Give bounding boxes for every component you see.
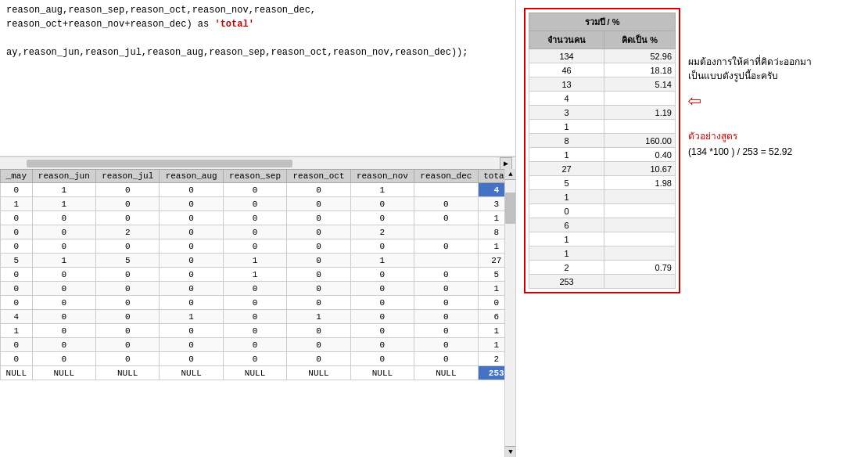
summary-row: 31.19	[529, 106, 676, 120]
col-may: _may	[1, 170, 33, 183]
scroll-arrow-right[interactable]: ▶	[500, 157, 512, 170]
table-row: 000000001	[1, 239, 515, 254]
summary-pct-cell	[604, 92, 676, 106]
col-reason-jul: reason_jul	[96, 170, 160, 183]
table-row: 515010127	[1, 254, 515, 268]
summary-count-cell: 1	[529, 232, 604, 246]
summary-count-cell: 8	[529, 134, 604, 148]
table-row: 000000000	[1, 296, 515, 310]
summary-pct-cell: 1.19	[604, 106, 676, 120]
left-panel: reason_aug,reason_sep,reason_oct,reason_…	[0, 0, 516, 457]
table-row: 01000014	[1, 183, 515, 197]
summary-pct-cell	[604, 275, 676, 289]
annotation-text: ผมต้องการให้ค่าที่คิดว่ะออกมาเป็นแบบดังร…	[688, 55, 860, 83]
summary-row: 51.98	[529, 176, 676, 190]
summary-count-cell: 4	[529, 92, 604, 106]
summary-count-cell: 134	[529, 49, 604, 63]
code-line-4: ay,reason_jun,reason_jul,reason_aug,reas…	[6, 45, 509, 59]
code-area: reason_aug,reason_sep,reason_oct,reason_…	[0, 0, 515, 157]
summary-count-cell: 253	[529, 275, 604, 289]
scroll-thumb-horizontal[interactable]	[27, 160, 292, 167]
summary-pct-cell: 52.96	[604, 49, 676, 63]
summary-pct-cell	[604, 120, 676, 134]
table-row: 000010005	[1, 268, 515, 282]
summary-col1-header: จำนวนคน	[529, 31, 604, 49]
summary-row: 1	[529, 190, 676, 204]
data-grid: _may reason_jun reason_jul reason_aug re…	[0, 169, 515, 380]
summary-row: 135.14	[529, 77, 676, 92]
table-row: 000000001	[1, 338, 515, 352]
right-panel: รวมปี / % จำนวนคน คิดเป็น % 13452.964618…	[516, 0, 868, 457]
table-row: 000000002	[1, 352, 515, 366]
summary-pct-cell	[604, 218, 676, 232]
scroll-up-arrow[interactable]: ▲	[505, 169, 515, 180]
summary-row: 1	[529, 246, 676, 261]
summary-pct-cell: 1.98	[604, 176, 676, 190]
summary-row: 0	[529, 204, 676, 218]
summary-pct-cell	[604, 246, 676, 261]
col-reason-oct: reason_oct	[287, 170, 350, 183]
table-row: 000000001	[1, 211, 515, 225]
code-line-3	[6, 31, 509, 45]
formula-section: ตัวอย่างสูตร (134 *100 ) / 253 = 52.92	[688, 128, 860, 157]
summary-pct-cell: 18.18	[604, 63, 676, 77]
vertical-scrollbar[interactable]: ▲ ▼	[504, 169, 515, 457]
summary-row: 4618.18	[529, 63, 676, 77]
summary-count-cell: 1	[529, 190, 604, 204]
summary-count-cell: 2	[529, 261, 604, 275]
summary-pct-cell: 5.14	[604, 77, 676, 92]
summary-col2-header: คิดเป็น %	[604, 31, 676, 49]
summary-section: รวมปี / % จำนวนคน คิดเป็น % 13452.964618…	[524, 8, 680, 449]
table-row: 110000003	[1, 197, 515, 211]
summary-pct-cell	[604, 232, 676, 246]
summary-row: 6	[529, 218, 676, 232]
summary-row: 1	[529, 232, 676, 246]
annotation-section: ผมต้องการให้ค่าที่คิดว่ะออกมาเป็นแบบดังร…	[688, 8, 860, 449]
summary-row: 2710.67	[529, 162, 676, 176]
summary-pct-cell: 10.67	[604, 162, 676, 176]
summary-table-outer: รวมปี / % จำนวนคน คิดเป็น % 13452.964618…	[524, 8, 680, 293]
summary-row: 8160.00	[529, 134, 676, 148]
horizontal-scrollbar[interactable]: ▶	[0, 157, 515, 169]
summary-pct-cell: 0.79	[604, 261, 676, 275]
summary-row: 10.40	[529, 148, 676, 162]
summary-count-cell: 1	[529, 246, 604, 261]
summary-count-cell: 1	[529, 120, 604, 134]
red-arrow-icon: ⇦	[688, 91, 860, 113]
code-line-1: reason_aug,reason_sep,reason_oct,reason_…	[6, 3, 509, 17]
summary-group-header-row: รวมปี / %	[529, 13, 676, 31]
summary-count-cell: 1	[529, 148, 604, 162]
summary-row: 13452.96	[529, 49, 676, 63]
scroll-thumb-vertical[interactable]	[505, 193, 515, 224]
data-grid-wrapper: _may reason_jun reason_jul reason_aug re…	[0, 169, 515, 457]
summary-pct-cell: 0.40	[604, 148, 676, 162]
formula-label: ตัวอย่างสูตร	[688, 128, 860, 143]
summary-table: รวมปี / % จำนวนคน คิดเป็น % 13452.964618…	[529, 13, 676, 289]
scroll-down-arrow[interactable]: ▼	[505, 446, 515, 457]
null-row: NULLNULLNULLNULLNULLNULLNULLNULL253	[1, 366, 515, 380]
col-reason-aug: reason_aug	[160, 170, 223, 183]
col-reason-jun: reason_jun	[32, 170, 95, 183]
table-row: 400101006	[1, 310, 515, 324]
summary-count-cell: 27	[529, 162, 604, 176]
summary-pct-cell	[604, 190, 676, 204]
col-reason-nov: reason_nov	[350, 170, 414, 183]
table-row: 00200028	[1, 225, 515, 239]
summary-count-cell: 5	[529, 176, 604, 190]
summary-pct-cell: 160.00	[604, 134, 676, 148]
summary-count-cell: 46	[529, 63, 604, 77]
summary-count-cell: 6	[529, 218, 604, 232]
summary-count-cell: 0	[529, 204, 604, 218]
table-row: 100000001	[1, 324, 515, 338]
summary-col-header-row: จำนวนคน คิดเป็น %	[529, 31, 676, 49]
code-line-2: reason_oct+reason_nov+reason_dec) as 'to…	[6, 17, 509, 31]
col-reason-sep: reason_sep	[223, 170, 286, 183]
summary-row: 1	[529, 120, 676, 134]
summary-count-cell: 13	[529, 77, 604, 92]
summary-row: 253	[529, 275, 676, 289]
column-header-row: _may reason_jun reason_jul reason_aug re…	[1, 170, 515, 183]
summary-row: 4	[529, 92, 676, 106]
summary-row: 20.79	[529, 261, 676, 275]
table-row: 000000001	[1, 282, 515, 296]
summary-count-cell: 3	[529, 106, 604, 120]
